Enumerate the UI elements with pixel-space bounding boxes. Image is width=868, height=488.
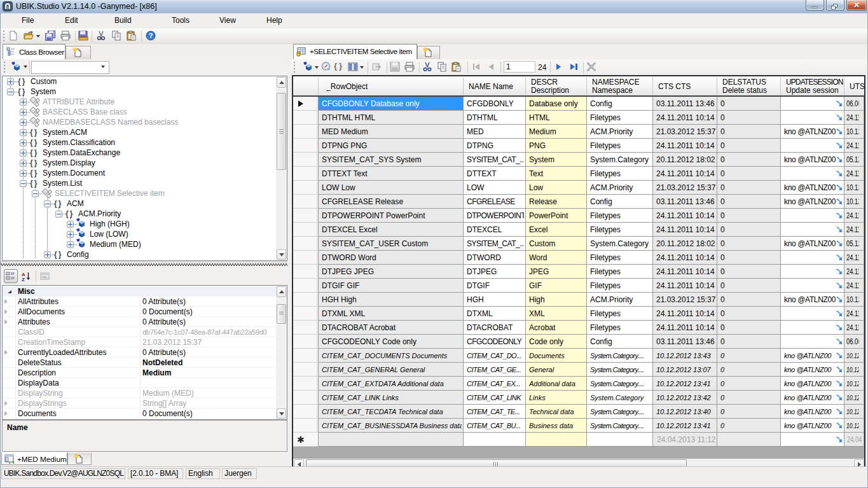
svg-text:Z: Z <box>22 277 25 282</box>
svg-text:?: ? <box>149 32 153 39</box>
